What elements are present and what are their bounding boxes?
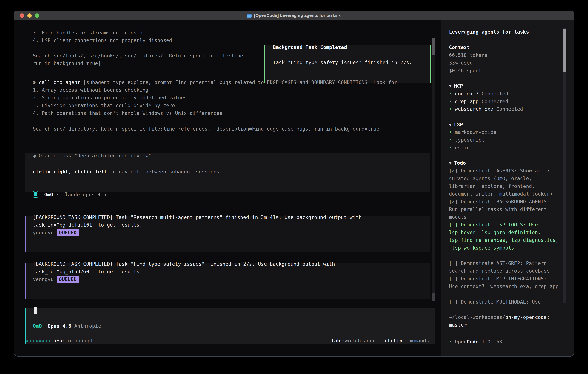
text-segment: 4. Path operations that don't handle Win… xyxy=(33,110,222,116)
sidebar-scrollbar[interactable] xyxy=(563,28,567,303)
text-segment: to navigate between subagent sessions xyxy=(107,169,220,175)
text-segment: switch agent xyxy=(340,338,379,344)
agent-name-segment: OmO xyxy=(33,323,42,329)
text-segment: grep_app xyxy=(455,98,479,104)
todo-green-segment: lsp_find_references, lsp_diagnostics, xyxy=(449,237,558,243)
text-segment: 1. Array access without bounds checking xyxy=(33,87,148,93)
bold-text-segment: Leveraging agents for tasks xyxy=(449,29,529,35)
title-bar[interactable]: [OpenCode] Leveraging agents for tasks ◐ xyxy=(14,11,574,20)
text-segment: [✓] Demonstrate AGENTS: Show all 7 xyxy=(449,168,550,174)
terminal-line: models xyxy=(449,213,467,221)
spacer-segment xyxy=(38,192,44,197)
terminal-line: task_id="bg_dcfac161" to get results. xyxy=(33,221,142,229)
text-segment: [ ] Demonstrate MCP INTEGRATIONS: xyxy=(449,276,547,281)
close-window-button[interactable] xyxy=(20,13,24,18)
status-bullet-icon: • xyxy=(449,137,455,143)
terminal-line: yeongyu QUEUED xyxy=(33,229,79,236)
terminal-line: Run parallel tasks with different xyxy=(449,206,547,213)
terminal-line: lsp_workspace_symbols xyxy=(449,244,514,252)
queued-badge: QUEUED xyxy=(57,276,79,283)
spinner-dot xyxy=(30,340,31,342)
text-segment: Open xyxy=(455,339,467,345)
terminal-line: master xyxy=(449,321,467,329)
bold-text-segment: ctrl+x right, ctrl+x left xyxy=(33,169,107,175)
terminal-line: Context xyxy=(449,43,470,51)
text-segment: websearch_exa xyxy=(455,106,493,112)
spinner-dot xyxy=(46,340,47,342)
text-segment: 66,518 tokens xyxy=(449,52,487,58)
folder-icon xyxy=(247,13,252,18)
main-scrollbar[interactable] xyxy=(432,38,435,301)
terminal-line: Background Task Completed xyxy=(273,43,347,51)
status-bullet-icon: • xyxy=(449,145,455,151)
terminal-line: Search src/tools/, src/hooks/, src/featu… xyxy=(33,52,243,59)
text-segment: 2. String operations on potentially unde… xyxy=(33,95,187,101)
minimize-window-button[interactable] xyxy=(27,13,32,18)
bold-text-segment: Opus 4.5 xyxy=(48,323,71,329)
text-segment: oh-my-opencode: xyxy=(505,314,550,320)
text-segment: Connected xyxy=(479,91,508,97)
terminal-line: esc interrupt xyxy=(26,337,94,344)
todo-green-segment: [ ] Demonstrate LSP TOOLS: Use xyxy=(449,222,538,228)
terminal-line: curated agents (OmO, oracle, xyxy=(449,175,532,182)
text-segment: ◉ Oracle Task "Deep architecture review" xyxy=(33,153,151,159)
terminal-line: Search src/ directory. Return specific f… xyxy=(33,125,382,133)
terminal-line: • OpenCode 1.0.163 xyxy=(449,338,502,345)
bold-text-segment: Background Task Completed xyxy=(273,44,347,50)
spinner-dot xyxy=(39,340,41,342)
terminal-line: ◉ Oracle Task "Deep architecture review" xyxy=(33,152,151,159)
bold-text-segment: tab xyxy=(331,338,340,344)
text-segment: interrupt xyxy=(64,338,94,344)
terminal-line: • markdown-oxide xyxy=(449,128,496,136)
main-scrollbar-fragment[interactable] xyxy=(432,293,435,301)
main-scrollbar-thumb[interactable] xyxy=(432,38,435,54)
terminal-line: 4. Path operations that don't handle Win… xyxy=(33,109,222,117)
terminal-line: OmO · claude-opus-4-5 xyxy=(33,191,106,198)
terminal-line: search and replace across codebase xyxy=(449,267,550,275)
text-segment: ~/local-workspaces/ xyxy=(449,314,505,320)
status-bullet-icon: • xyxy=(449,98,455,104)
text-segment: · claude-opus-4-5 xyxy=(53,192,106,197)
bold-text-segment: MCP xyxy=(454,83,463,89)
terminal-line: Task "Find type safety issues" finished … xyxy=(273,59,412,66)
sidebar-scrollbar-thumb[interactable] xyxy=(563,29,567,73)
terminal-line: 2. String operations on potentially unde… xyxy=(33,94,187,101)
text-segment: Search src/ directory. Return specific f… xyxy=(33,126,382,132)
status-bullet-icon: • xyxy=(449,91,455,97)
text-segment: [BACKGROUND TASK COMPLETED] Task "Resear… xyxy=(33,214,362,220)
terminal-line: • grep_app Connected xyxy=(449,98,508,105)
queued-badge: QUEUED xyxy=(57,229,79,236)
spinner-dot xyxy=(36,340,38,342)
terminal-line: task_id="bg_6f59260c" to get results. xyxy=(33,268,142,275)
bold-text-segment: ctrl+p xyxy=(385,338,402,344)
terminal-line: [ ] Demonstrate MULTIMODAL: Use xyxy=(449,298,541,306)
terminal-line: [✓] Demonstrate BACKGROUND AGENTS: xyxy=(449,198,550,205)
text-segment: Use context7, websearch_exa, grep_app xyxy=(449,283,558,289)
text-segment: task_id="bg_6f59260c" to get results. xyxy=(33,269,142,274)
terminal-line: • context7 Connected xyxy=(449,90,508,97)
text-segment: [subagent_type=explore, prompt=Find pote… xyxy=(80,79,397,85)
chat-main-area xyxy=(14,20,441,356)
text-segment: markdown-oxide xyxy=(455,129,496,135)
terminal-line: ▼ LSP xyxy=(449,121,463,129)
bold-text-segment: LSP xyxy=(454,122,463,127)
text-segment: run_in_background=true] xyxy=(33,61,101,66)
terminal-line: [ ] Demonstrate MCP INTEGRATIONS: xyxy=(449,275,547,282)
spinner-dot xyxy=(33,340,34,342)
terminal-line: OmO Opus 4.5 Anthropic xyxy=(33,322,101,330)
text-segment: 1.0.163 xyxy=(479,339,502,345)
text-segment: commands xyxy=(402,338,429,344)
spinner-dot xyxy=(42,340,44,342)
section-triangle-icon: ▼ xyxy=(449,122,454,127)
omo-agent-icon xyxy=(33,191,38,197)
text-segment: $0.46 spent xyxy=(449,68,482,73)
text-segment: [ ] Demonstrate MULTIMODAL: Use xyxy=(449,299,541,305)
terminal-line: • websearch_exa Connected xyxy=(449,105,523,113)
terminal-line: ▼ MCP xyxy=(449,82,463,90)
cursor-block xyxy=(34,307,37,314)
bold-text-segment: Context xyxy=(449,44,470,50)
terminal-line: ▼ Todo xyxy=(449,159,466,167)
spacer-segment xyxy=(379,338,385,344)
maximize-window-button[interactable] xyxy=(35,13,39,18)
terminal-line: Leveraging agents for tasks xyxy=(449,28,529,36)
